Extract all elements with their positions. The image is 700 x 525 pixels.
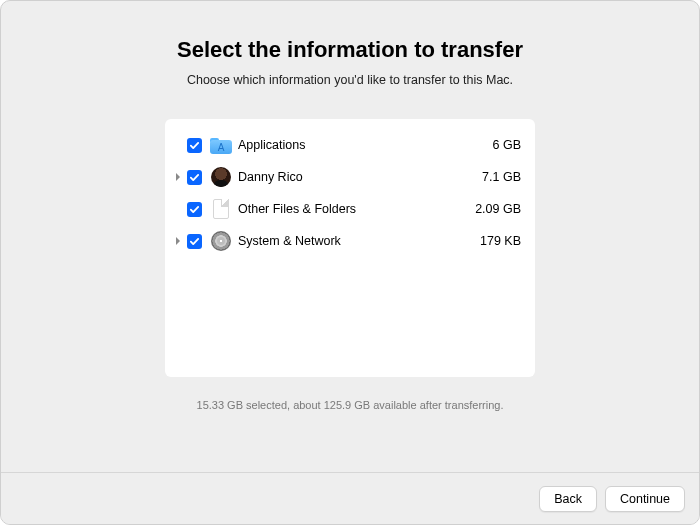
chevron-right-icon [174, 237, 182, 245]
gear-icon [210, 231, 232, 251]
checkbox-user[interactable] [187, 170, 202, 185]
transfer-row-user[interactable]: Danny Rico 7.1 GB [165, 161, 535, 193]
chevron-right-icon [174, 173, 182, 181]
transfer-items-panel: A Applications 6 GB Danny Rico 7.1 GB [165, 119, 535, 377]
disclosure-toggle[interactable] [171, 173, 185, 181]
checkmark-icon [189, 172, 200, 183]
selection-summary: 15.33 GB selected, about 125.9 GB availa… [197, 399, 504, 411]
row-label: Danny Rico [234, 170, 482, 184]
page-subtitle: Choose which information you'd like to t… [187, 73, 513, 87]
row-size: 2.09 GB [475, 202, 521, 216]
transfer-row-system-network[interactable]: System & Network 179 KB [165, 225, 535, 257]
row-size: 7.1 GB [482, 170, 521, 184]
checkbox-other-files[interactable] [187, 202, 202, 217]
migration-assistant-window: Select the information to transfer Choos… [0, 0, 700, 525]
content-area: Select the information to transfer Choos… [1, 1, 699, 472]
checkmark-icon [189, 140, 200, 151]
checkbox-system-network[interactable] [187, 234, 202, 249]
checkbox-applications[interactable] [187, 138, 202, 153]
row-label: Applications [234, 138, 493, 152]
row-size: 179 KB [480, 234, 521, 248]
row-label: Other Files & Folders [234, 202, 475, 216]
document-icon [210, 199, 232, 219]
folder-apps-icon: A [210, 135, 232, 155]
page-title: Select the information to transfer [177, 37, 523, 63]
transfer-row-applications[interactable]: A Applications 6 GB [165, 129, 535, 161]
user-avatar-icon [210, 167, 232, 187]
row-size: 6 GB [493, 138, 522, 152]
transfer-row-other-files[interactable]: Other Files & Folders 2.09 GB [165, 193, 535, 225]
checkmark-icon [189, 236, 200, 247]
checkmark-icon [189, 204, 200, 215]
back-button[interactable]: Back [539, 486, 597, 512]
disclosure-toggle[interactable] [171, 237, 185, 245]
footer-bar: Back Continue [1, 472, 699, 524]
continue-button[interactable]: Continue [605, 486, 685, 512]
row-label: System & Network [234, 234, 480, 248]
